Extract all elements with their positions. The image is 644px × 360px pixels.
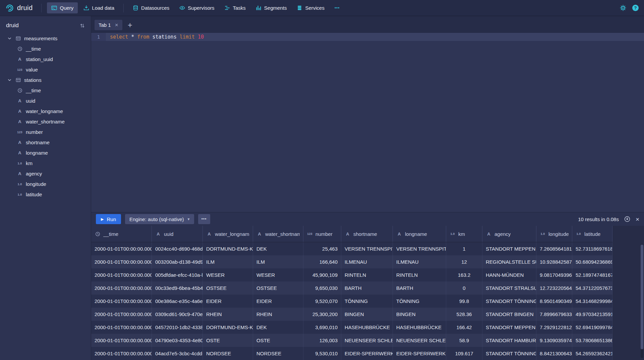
column-header-water-longname[interactable]: Awater_longname	[203, 226, 253, 242]
tree-field-number[interactable]: 123number	[0, 127, 91, 137]
table-cell[interactable]: 2000-01-01T00:00:00.000Z	[91, 334, 152, 347]
table-cell[interactable]: 12	[446, 255, 482, 268]
tree-field-value[interactable]: 123value	[0, 64, 91, 75]
table-cell[interactable]: EIDER	[253, 295, 303, 308]
table-cell[interactable]: 58.9	[446, 334, 482, 347]
table-cell[interactable]: 04790e03-4353-4e80-	[152, 334, 203, 347]
engine-select[interactable]: Engine: auto (sql-native) ▾	[125, 214, 194, 224]
table-cell[interactable]: VERSEN TRENNSPITZE	[393, 242, 446, 255]
table-cell[interactable]: BARTH	[393, 281, 446, 295]
table-cell[interactable]: NORDSEE	[253, 347, 303, 360]
nav-item-supervisors[interactable]: Supervisors	[175, 2, 219, 13]
results-scrollbar-thumb[interactable]	[641, 245, 643, 349]
table-cell[interactable]: RHEIN	[203, 308, 253, 321]
table-cell[interactable]: 2000-01-01T00:00:00.000Z	[91, 347, 152, 360]
table-cell[interactable]: RHEIN	[253, 308, 303, 321]
nav-item-more[interactable]: •••	[330, 2, 344, 13]
table-cell[interactable]: WESER	[203, 268, 253, 281]
table-cell[interactable]: DEK	[253, 321, 303, 334]
table-cell[interactable]: 52.189747481678	[572, 268, 612, 281]
table-cell[interactable]: EIDER-SPERRWERK AP	[341, 347, 393, 360]
table-cell[interactable]: DORTMUND-EMS-KANAL	[203, 321, 253, 334]
table-cell[interactable]: BINGEN	[341, 308, 393, 321]
table-cell[interactable]: OSTE	[203, 334, 253, 347]
column-header-time[interactable]: __time	[91, 226, 152, 242]
query-editor[interactable]: 1 select * from stations limit 10	[91, 33, 644, 212]
table-cell[interactable]: 003200ab-d138-49d9-	[152, 255, 203, 268]
tree-field-time[interactable]: __time	[0, 85, 91, 96]
table-cell[interactable]: 00c33ed9-6bea-45b4-	[152, 281, 203, 295]
table-cell[interactable]: 8.9501490349654	[536, 295, 572, 308]
column-header-longitude[interactable]: 1.0longitude	[536, 226, 572, 242]
table-cell[interactable]: 25,463	[303, 242, 341, 255]
tree-field-station-uuid[interactable]: Astation_uuid	[0, 54, 91, 64]
table-cell[interactable]: 9.1309035974510	[536, 334, 572, 347]
tree-node-measurements[interactable]: measurements	[0, 33, 91, 44]
table-cell[interactable]: STANDORT MEPPEN	[482, 242, 536, 255]
table-cell[interactable]: NORDSEE	[203, 347, 253, 360]
table-cell[interactable]: OSTSEE	[203, 281, 253, 295]
tree-node-stations[interactable]: stations	[0, 75, 91, 85]
table-cell[interactable]: 9,520,070	[303, 295, 341, 308]
table-cell[interactable]: 45,900,109	[303, 268, 341, 281]
table-cell[interactable]: 7.8996679633974	[536, 308, 572, 321]
table-cell[interactable]: NEUENSEER SCHLEUSE	[341, 334, 393, 347]
tree-field-longname[interactable]: Alongname	[0, 148, 91, 158]
table-cell[interactable]: 2000-01-01T00:00:00.000Z	[91, 242, 152, 255]
table-cell[interactable]: 166,640	[303, 255, 341, 268]
nav-item-segments[interactable]: Segments	[251, 2, 291, 13]
table-cell[interactable]: 54.371220576737	[572, 281, 612, 295]
table-cell[interactable]: ILM	[203, 255, 253, 268]
tree-field-uuid[interactable]: Auuid	[0, 96, 91, 106]
download-icon[interactable]	[624, 216, 630, 222]
tree-field-time[interactable]: __time	[0, 44, 91, 54]
table-cell[interactable]: 9.0817049396446	[536, 268, 572, 281]
table-cell[interactable]: NEUENSEER SCHLEUSE	[393, 334, 446, 347]
table-cell[interactable]: 54.314682999845	[572, 295, 612, 308]
tree-field-water-shortname[interactable]: Awater_shortname	[0, 116, 91, 127]
table-cell[interactable]: TÖNNING	[341, 295, 393, 308]
column-header-agency[interactable]: Aagency	[482, 226, 536, 242]
table-cell[interactable]: 109.617	[446, 347, 482, 360]
run-button[interactable]: ▶ Run	[96, 214, 121, 224]
table-cell[interactable]: 2000-01-01T00:00:00.000Z	[91, 308, 152, 321]
tree-field-longitude[interactable]: 1.0longitude	[0, 179, 91, 189]
table-cell[interactable]: DORTMUND-EMS-KANAL	[203, 242, 253, 255]
sort-columns-icon[interactable]	[80, 23, 85, 28]
table-cell[interactable]: RINTELN	[393, 268, 446, 281]
tree-field-water-longname[interactable]: Awater_longname	[0, 106, 91, 116]
table-cell[interactable]: BARTH	[341, 281, 393, 295]
tab-close-icon[interactable]: ×	[115, 22, 118, 28]
tree-field-latitude[interactable]: 1.0latitude	[0, 189, 91, 200]
table-cell[interactable]: HASEHUBBRÜCKE	[393, 321, 446, 334]
druid-logo[interactable]: druid	[5, 4, 33, 12]
table-cell[interactable]: VERSEN TRENNSPITZE	[341, 242, 393, 255]
tree-field-km[interactable]: 1.0km	[0, 158, 91, 168]
table-cell[interactable]: DEK	[253, 242, 303, 255]
table-cell[interactable]: 54.265923624216	[572, 347, 612, 360]
table-cell[interactable]: 10.928842587394	[536, 255, 572, 268]
table-cell[interactable]: EIDER-SPERRWERK AP	[393, 347, 446, 360]
nav-item-load-data[interactable]: Load data	[79, 2, 119, 13]
column-header-number[interactable]: 123number	[303, 226, 341, 242]
tree-field-agency[interactable]: Aagency	[0, 168, 91, 179]
table-cell[interactable]: STANDORT STRALSUND	[482, 281, 536, 295]
table-cell[interactable]: 52.694190997842	[572, 321, 612, 334]
column-header-latitude[interactable]: 1.0latitude	[572, 226, 612, 242]
table-cell[interactable]: STANDORT TÖNNING	[482, 347, 536, 360]
table-cell[interactable]: STANDORT HAMBURG	[482, 334, 536, 347]
table-cell[interactable]: 166.42	[446, 321, 482, 334]
table-cell[interactable]: HASEHUBBRÜCKE	[341, 321, 393, 334]
table-cell[interactable]: REGIONALSTELLE SUHL	[482, 255, 536, 268]
table-cell[interactable]: 0309cd61-90c9-470e-	[152, 308, 203, 321]
table-cell[interactable]: 126,003	[303, 334, 341, 347]
table-cell[interactable]: OSTSEE	[253, 281, 303, 295]
table-cell[interactable]: 53.780686513863	[572, 334, 612, 347]
table-cell[interactable]: 0024cc40-d690-468d-	[152, 242, 203, 255]
nav-item-datasources[interactable]: Datasources	[128, 2, 174, 13]
query-more-button[interactable]: •••	[198, 214, 210, 224]
table-cell[interactable]: 005dfdae-efcc-410a-b	[152, 268, 203, 281]
table-cell[interactable]: STANDORT TÖNNING	[482, 295, 536, 308]
table-cell[interactable]: 7.2929122812721	[536, 321, 572, 334]
nav-item-services[interactable]: Services	[292, 2, 329, 13]
